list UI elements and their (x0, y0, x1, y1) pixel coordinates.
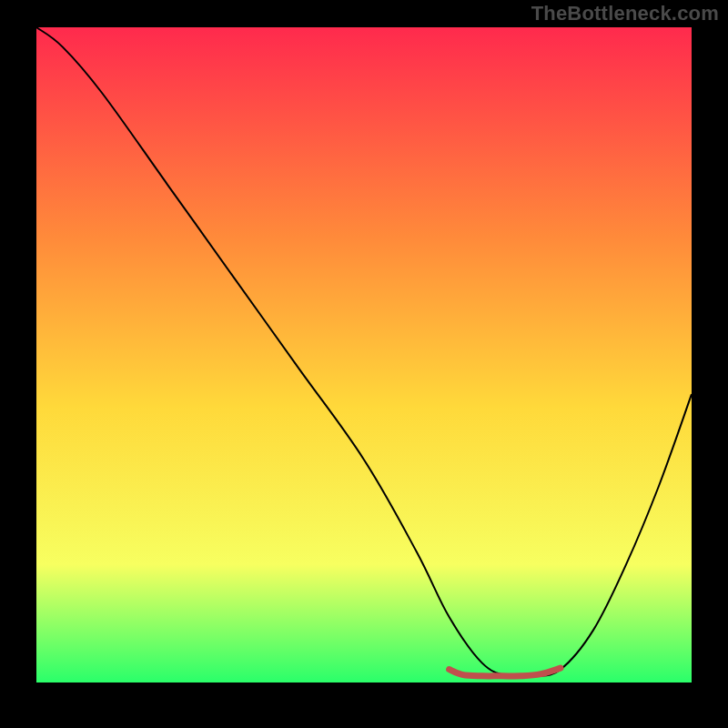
bottleneck-chart (36, 27, 692, 682)
plot-area (36, 27, 692, 682)
gradient-background (36, 27, 692, 682)
chart-frame: TheBottleneck.com (0, 0, 728, 728)
watermark-text: TheBottleneck.com (531, 2, 719, 25)
